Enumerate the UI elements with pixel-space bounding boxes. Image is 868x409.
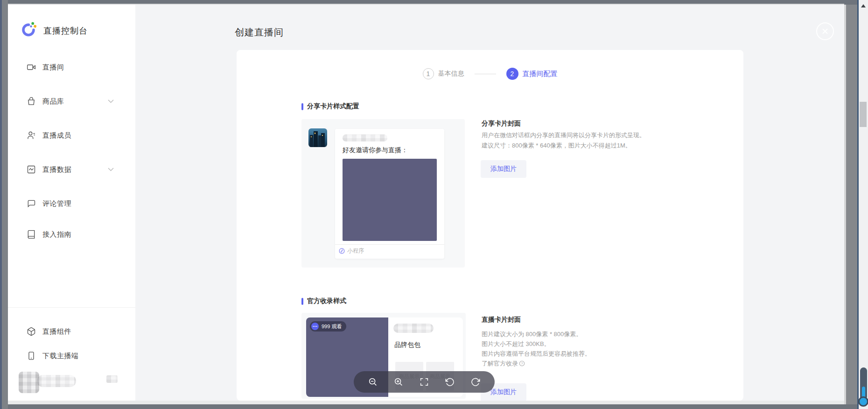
page: 直播控制台 直播间 商品库 直播成 xyxy=(8,5,844,401)
sidebar-item-live-components[interactable]: 直播组件 xyxy=(27,326,71,337)
add-share-image-button[interactable]: 添加图片 xyxy=(481,160,526,178)
screen: 直播控制台 直播间 商品库 直播成 xyxy=(0,0,868,409)
live-cover-line1: 图片建议大小为 800像素 * 800像素。 xyxy=(482,329,591,339)
browser-scrollbar[interactable] xyxy=(844,5,857,404)
scrollbar-up-arrow-icon[interactable] xyxy=(861,4,866,7)
stepper: 1 基本信息 2 直播间配置 xyxy=(237,68,743,80)
app-title: 直播控制台 xyxy=(43,25,88,36)
viewers-badge: 999 观看 xyxy=(310,321,346,331)
sidebar-item-download-host-app[interactable]: 下载主播端 xyxy=(27,350,79,361)
sidebar-divider xyxy=(8,307,135,308)
live-cover-title: 直播卡片封面 xyxy=(482,316,521,324)
sidebar-item-integration-guide[interactable]: 接入指南 xyxy=(27,229,71,240)
share-cover-placeholder xyxy=(343,159,437,241)
share-card-preview-panel: 好友邀请你参与直播： 小程序 xyxy=(301,119,465,268)
close-button[interactable] xyxy=(816,22,834,40)
host-scrollbar-track[interactable] xyxy=(859,0,868,409)
invite-text: 好友邀请你参与直播： xyxy=(343,146,408,155)
window-frame-left xyxy=(0,0,8,409)
step-label: 直播间配置 xyxy=(523,70,558,78)
chevron-down-icon[interactable] xyxy=(108,99,114,103)
sidebar-item-product-library[interactable]: 商品库 xyxy=(27,96,64,107)
step-room-config[interactable]: 2 直播间配置 xyxy=(506,68,558,80)
shopping-bag-icon xyxy=(27,97,36,106)
share-cover-title: 分享卡片封面 xyxy=(482,120,521,128)
live-cover-line3: 图片内容遵循平台规范后更容易被推荐。 xyxy=(482,349,591,359)
step-basic-info[interactable]: 1 基本信息 xyxy=(423,68,464,79)
user-name-redacted xyxy=(37,375,76,387)
sidebar-item-label: 评论管理 xyxy=(42,199,71,208)
rotate-ccw-icon[interactable] xyxy=(445,377,455,387)
live-cover-description: 图片建议大小为 800像素 * 800像素。 图片大小不超过 300KB。 图片… xyxy=(482,329,591,368)
fullscreen-icon[interactable] xyxy=(419,377,429,387)
section-accent-bar xyxy=(301,103,303,110)
create-live-room-card: 1 基本信息 2 直播间配置 分享卡片样式配置 xyxy=(237,50,743,401)
camera-icon xyxy=(27,63,36,72)
scroll-cursor-knob[interactable] xyxy=(858,396,868,407)
sidebar-item-comment-management[interactable]: 评论管理 xyxy=(27,198,71,209)
book-icon xyxy=(27,230,36,239)
step-number: 1 xyxy=(423,68,434,79)
section-heading-text: 官方收录样式 xyxy=(307,297,346,305)
viewers-count: 999 观看 xyxy=(322,323,342,330)
sidebar-item-live-room[interactable]: 直播间 xyxy=(27,62,64,73)
share-message-card: 好友邀请你参与直播： 小程序 xyxy=(335,129,444,259)
share-cover-description: 用户在微信对话框内分享的直播间将以分享卡片的形式呈现。 建议尺寸：800像素 *… xyxy=(482,130,645,151)
rotate-cw-icon[interactable] xyxy=(470,377,481,387)
step-connector xyxy=(475,74,496,74)
live-dots-icon xyxy=(311,323,319,330)
share-cover-line1: 用户在微信对话框内分享的直播间将以分享卡片的形式呈现。 xyxy=(482,130,645,141)
sidebar-item-label: 下载主播端 xyxy=(42,352,79,360)
sidebar-item-label: 直播数据 xyxy=(42,165,71,174)
help-icon[interactable]: ? xyxy=(519,360,525,367)
mini-program-icon xyxy=(339,248,345,254)
sidebar-item-label: 直播成员 xyxy=(42,131,71,140)
close-icon xyxy=(821,28,829,35)
sidebar: 直播控制台 直播间 商品库 直播成 xyxy=(8,5,135,401)
sidebar-item-live-members[interactable]: 直播成员 xyxy=(27,130,71,141)
sidebar-item-label: 接入指南 xyxy=(42,230,71,239)
comment-icon xyxy=(27,199,36,208)
chat-avatar-image xyxy=(308,128,327,147)
chevron-down-icon[interactable] xyxy=(108,168,114,171)
share-cover-line2: 建议尺寸：800像素 * 640像素，图片大小不得超过1M。 xyxy=(482,141,645,151)
sidebar-item-label: 商品库 xyxy=(42,97,64,106)
section-heading-official: 官方收录样式 xyxy=(301,297,346,305)
section-heading-text: 分享卡片样式配置 xyxy=(307,102,359,111)
mini-program-row: 小程序 xyxy=(339,247,364,255)
official-learn-link[interactable]: 了解官方收录 xyxy=(482,360,518,367)
horizontal-scrollbar[interactable] xyxy=(8,401,844,404)
mini-program-label: 小程序 xyxy=(347,247,364,255)
sidebar-item-live-data[interactable]: 直播数据 xyxy=(27,164,71,175)
step-number: 2 xyxy=(506,68,518,80)
sidebar-item-label: 直播组件 xyxy=(42,327,71,336)
sidebar-item-label: 直播间 xyxy=(42,63,64,72)
user-extra-redacted xyxy=(106,375,118,383)
user-avatar-redacted[interactable] xyxy=(19,372,39,393)
image-viewer-toolbar xyxy=(354,371,495,393)
svg-text:?: ? xyxy=(521,361,523,366)
cube-icon xyxy=(27,327,36,336)
zoom-out-icon[interactable] xyxy=(368,377,378,387)
official-title-redacted xyxy=(393,324,434,333)
product-name: 品牌包包 xyxy=(394,341,420,349)
live-cover-line2: 图片大小不超过 300KB。 xyxy=(482,339,591,349)
chart-icon xyxy=(27,165,36,174)
section-heading-share-card: 分享卡片样式配置 xyxy=(301,102,359,111)
members-icon xyxy=(27,131,36,140)
live-cover-line4: 了解官方收录 ? xyxy=(482,359,591,368)
page-title: 创建直播间 xyxy=(235,26,284,39)
share-title-redacted xyxy=(343,134,387,141)
section-accent-bar xyxy=(301,298,303,305)
smartphone-icon xyxy=(27,351,36,360)
host-scrollbar-thumb[interactable] xyxy=(860,102,867,127)
app-logo-icon xyxy=(20,21,37,38)
step-label: 基本信息 xyxy=(438,70,464,78)
share-card-divider xyxy=(335,244,444,245)
zoom-in-icon[interactable] xyxy=(393,377,404,387)
